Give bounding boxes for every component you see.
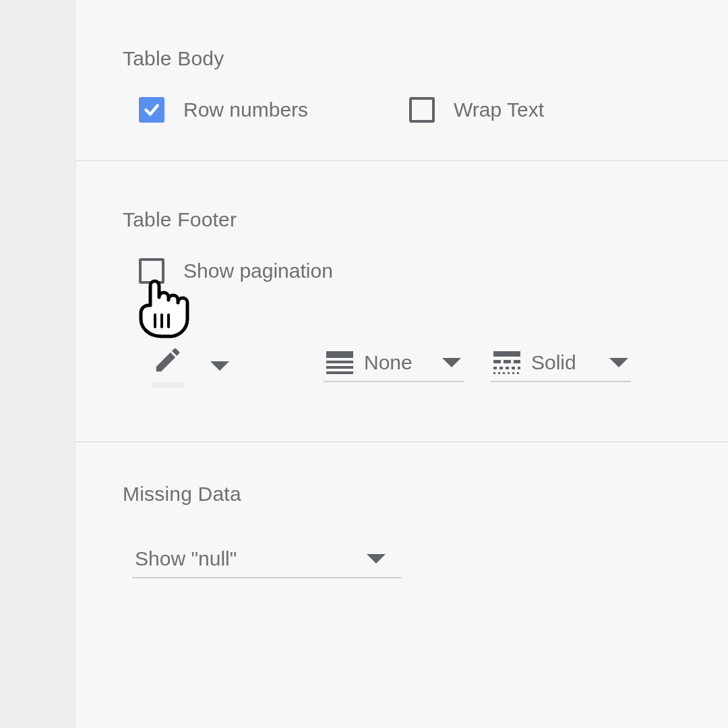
svg-rect-5: [326, 366, 353, 369]
svg-rect-18: [503, 372, 505, 374]
svg-rect-16: [493, 372, 495, 374]
chevron-down-icon[interactable]: [210, 361, 229, 371]
pencil-icon: [152, 344, 183, 378]
svg-rect-10: [514, 360, 520, 363]
show-pagination-label: Show pagination: [183, 260, 333, 282]
svg-rect-11: [493, 367, 497, 369]
border-style-dropdown[interactable]: Solid: [491, 350, 631, 382]
line-weight-icon: [326, 351, 353, 374]
pencil-color-button[interactable]: [152, 344, 183, 388]
svg-rect-8: [493, 360, 501, 363]
missing-data-section: Missing Data Show "null": [75, 442, 728, 605]
chevron-down-icon: [442, 358, 461, 367]
border-width-value: None: [364, 351, 419, 374]
missing-data-value: Show "null": [135, 547, 344, 570]
table-body-title: Table Body: [123, 47, 681, 70]
border-width-dropdown[interactable]: None: [324, 350, 464, 382]
row-numbers-checkbox[interactable]: Row numbers: [139, 97, 308, 123]
wrap-text-checkbox[interactable]: Wrap Text: [409, 97, 544, 123]
row-numbers-label: Row numbers: [183, 98, 308, 121]
left-gutter: [0, 0, 75, 728]
svg-rect-20: [512, 372, 514, 374]
table-footer-title: Table Footer: [123, 208, 681, 231]
svg-rect-21: [517, 372, 519, 374]
missing-data-dropdown[interactable]: Show "null": [132, 546, 402, 578]
svg-rect-4: [326, 361, 353, 363]
footer-style-controls: None: [123, 344, 681, 388]
checkbox-unchecked-icon: [139, 258, 164, 284]
chevron-down-icon: [367, 554, 386, 564]
svg-rect-9: [504, 360, 511, 363]
checkbox-unchecked-icon: [409, 97, 435, 123]
wrap-text-label: Wrap Text: [454, 98, 544, 121]
svg-rect-7: [493, 351, 520, 357]
svg-rect-13: [506, 367, 509, 369]
settings-panel: Table Body Row numbers Wrap Text Table F…: [75, 0, 728, 728]
svg-rect-12: [499, 367, 503, 369]
chevron-down-icon: [609, 358, 628, 367]
line-style-icon: [493, 351, 520, 374]
checkbox-checked-icon: [139, 97, 164, 123]
table-body-section: Table Body Row numbers Wrap Text: [75, 0, 728, 161]
table-body-options: Row numbers Wrap Text: [123, 97, 681, 123]
svg-rect-15: [518, 367, 520, 369]
color-swatch: [152, 382, 183, 388]
show-pagination-checkbox[interactable]: Show pagination: [139, 258, 681, 284]
table-footer-section: Table Footer Show pagination: [75, 161, 728, 442]
svg-rect-3: [326, 351, 353, 358]
border-style-value: Solid: [531, 351, 586, 374]
missing-data-title: Missing Data: [123, 483, 681, 506]
svg-rect-19: [508, 372, 510, 374]
hand-cursor-icon: [132, 277, 194, 344]
svg-rect-17: [498, 372, 500, 374]
svg-rect-14: [512, 367, 515, 369]
svg-rect-6: [326, 371, 353, 374]
